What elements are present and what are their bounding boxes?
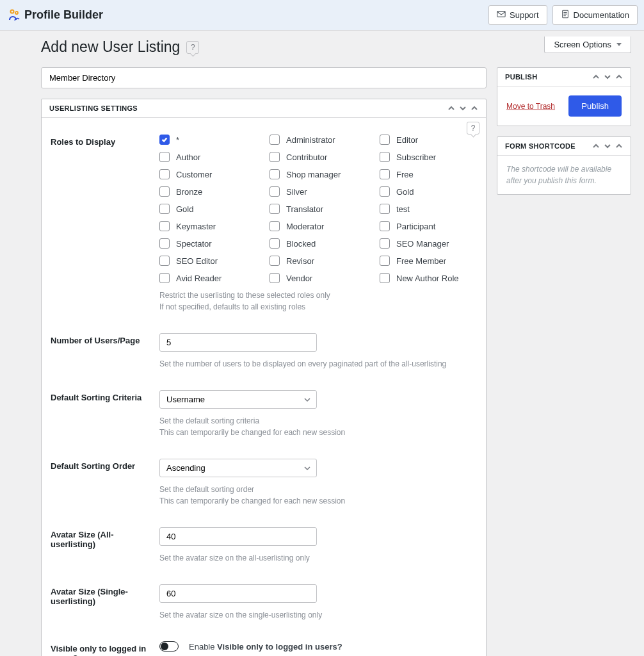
publish-title: PUBLISH [505,73,537,81]
checkbox-icon[interactable] [380,204,390,214]
role-label: Administrator [286,135,335,145]
checkbox-icon[interactable] [380,152,390,162]
checkbox-icon[interactable] [270,152,280,162]
role-checkbox[interactable]: Administrator [270,135,367,145]
avatar-all-label: Avatar Size (All-userlisting) [51,518,159,575]
role-checkbox[interactable]: Bronze [159,186,257,197]
move-up-icon[interactable] [592,73,600,81]
checkbox-icon[interactable] [380,256,390,266]
checkbox-icon[interactable] [270,273,280,283]
checkbox-icon[interactable] [159,238,170,249]
role-checkbox[interactable]: SEO Editor [159,256,257,266]
role-label: * [176,135,179,145]
checkbox-icon[interactable] [159,273,170,283]
checkbox-icon[interactable] [270,204,280,214]
checkbox-icon[interactable] [270,135,280,145]
move-to-trash-link[interactable]: Move to Trash [506,102,555,111]
publish-button[interactable]: Publish [568,95,622,117]
checkbox-icon[interactable] [380,186,390,197]
move-down-icon[interactable] [459,104,467,112]
role-checkbox[interactable]: Spectator [159,238,257,249]
role-checkbox[interactable]: Avid Reader [159,273,257,283]
userlisting-settings-box: USERLISTING SETTINGS ? Roles to Display … [41,99,487,656]
checkbox-icon[interactable] [159,221,170,231]
checkbox-icon[interactable] [270,221,280,231]
role-checkbox[interactable]: Author [159,152,257,162]
document-icon [561,10,570,20]
role-checkbox[interactable]: Moderator [270,221,367,231]
checkbox-icon[interactable] [159,256,170,266]
toggle-panel-icon[interactable] [615,142,623,150]
role-checkbox[interactable]: Customer [159,169,257,179]
role-checkbox[interactable]: Free [380,169,477,179]
role-checkbox[interactable]: Shop manager [270,169,367,179]
role-label: Gold [396,187,414,197]
role-checkbox[interactable]: * [159,135,257,145]
checkbox-icon[interactable] [380,135,390,145]
move-up-icon[interactable] [447,104,455,112]
sorting-order-desc-1: Set the default sorting order [159,484,477,495]
role-label: SEO Editor [176,256,218,266]
checkbox-icon[interactable] [159,135,170,145]
checkbox-icon[interactable] [270,256,280,266]
avatar-all-input[interactable] [159,527,317,546]
checkbox-icon[interactable] [270,238,280,249]
move-down-icon[interactable] [604,73,611,81]
checkbox-icon[interactable] [159,186,170,197]
page-title-text: Add new User Listing [41,38,180,56]
role-checkbox[interactable]: Gold [159,204,257,214]
role-label: SEO Manager [396,239,449,249]
visible-toggle-label: Enable Visible only to logged in users? [189,642,342,652]
checkbox-icon[interactable] [159,204,170,214]
role-checkbox[interactable]: Blocked [270,238,367,249]
role-checkbox[interactable]: SEO Manager [380,238,477,249]
role-checkbox[interactable]: New Author Role [380,273,477,283]
toggle-panel-icon[interactable] [615,73,623,81]
screen-options-button[interactable]: Screen Options [544,37,631,53]
role-label: Blocked [286,239,316,249]
checkbox-icon[interactable] [380,221,390,231]
visible-toggle[interactable] [159,641,179,652]
checkbox-icon[interactable] [380,273,390,283]
sorting-criteria-select[interactable]: Username [159,390,317,409]
role-checkbox[interactable]: Editor [380,135,477,145]
role-checkbox[interactable]: Revisor [270,256,367,266]
title-input[interactable] [41,67,487,88]
documentation-button[interactable]: Documentation [552,5,638,25]
toggle-panel-icon[interactable] [471,104,478,112]
role-checkbox[interactable]: Free Member [380,256,477,266]
checkbox-icon[interactable] [270,186,280,197]
move-up-icon[interactable] [592,142,600,150]
roles-label: Roles to Display [51,126,159,324]
checkbox-icon[interactable] [270,169,280,179]
role-label: Spectator [176,239,212,249]
role-checkbox[interactable]: Contributor [270,152,367,162]
chevron-down-icon [616,43,622,46]
roles-desc-1: Restrict the userlisting to these select… [159,290,477,301]
brand-title: Profile Builder [24,8,103,22]
role-checkbox[interactable]: Gold [380,186,477,197]
checkbox-icon[interactable] [159,152,170,162]
form-shortcode-box: FORM SHORTCODE The shortcode will be ava… [497,136,631,195]
help-icon[interactable]: ? [186,41,199,54]
role-checkbox[interactable]: Translator [270,204,367,214]
role-checkbox[interactable]: test [380,204,477,214]
checkbox-icon[interactable] [380,238,390,249]
role-checkbox[interactable]: Silver [270,186,367,197]
checkbox-icon[interactable] [159,169,170,179]
help-icon[interactable]: ? [467,122,479,135]
role-label: Free [396,170,414,179]
move-down-icon[interactable] [604,142,611,150]
avatar-single-input[interactable] [159,584,317,603]
users-per-page-input[interactable] [159,333,317,352]
role-label: Bronze [176,187,202,197]
role-checkbox[interactable]: Vendor [270,273,367,283]
checkbox-icon[interactable] [380,169,390,179]
role-checkbox[interactable]: Subscriber [380,152,477,162]
sorting-order-desc-2: This can temporarily be changed for each… [159,495,477,507]
role-checkbox[interactable]: Participant [380,221,477,231]
role-checkbox[interactable]: Keymaster [159,221,257,231]
role-label: Translator [286,204,323,214]
sorting-order-select[interactable]: Ascending [159,459,317,477]
support-button[interactable]: Support [488,5,547,25]
